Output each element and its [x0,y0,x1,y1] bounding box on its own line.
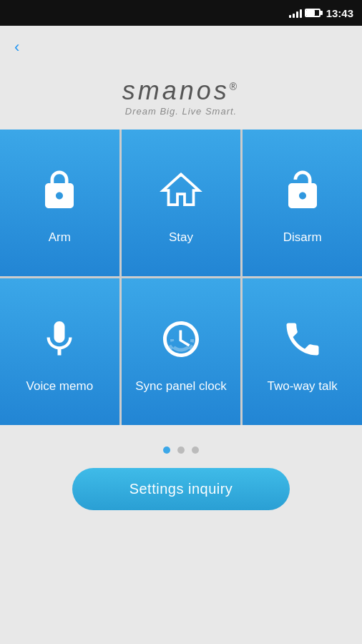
phone-icon [281,318,324,366]
dot-2[interactable] [177,447,185,454]
status-bar-time: 13:43 [326,7,353,19]
two-way-talk-label: Two-way talk [268,379,338,394]
clock-icon [160,318,202,366]
status-icons [289,8,322,18]
back-button[interactable]: ‹ [14,38,19,57]
stay-label: Stay [169,230,193,245]
page-dots [163,447,199,454]
top-bar: ‹ [0,26,362,69]
mic-icon [38,318,81,366]
logo-area: smanos® Dream Big. Live Smart. [0,69,362,130]
battery-icon [305,9,321,17]
arm-button[interactable]: Arm [0,130,119,276]
bottom-area: Settings inquiry [0,425,362,525]
unlock-icon [281,169,324,218]
signal-icon [289,8,302,18]
settings-inquiry-button[interactable]: Settings inquiry [72,468,290,510]
logo-tagline: Dream Big. Live Smart. [125,106,237,117]
voice-memo-button[interactable]: Voice memo [0,278,119,425]
disarm-button[interactable]: Disarm [243,130,362,276]
dot-1[interactable] [163,447,170,454]
sync-panel-clock-button[interactable]: Sync panel clock [122,278,241,425]
two-way-talk-button[interactable]: Two-way talk [243,278,362,425]
home-icon [160,169,202,218]
dot-3[interactable] [192,447,199,454]
logo-text: smanos® [122,76,240,106]
lock-icon [38,169,81,218]
disarm-label: Disarm [283,230,322,245]
stay-button[interactable]: Stay [122,130,241,276]
sync-panel-clock-label: Sync panel clock [135,379,227,394]
arm-label: Arm [49,230,71,245]
voice-memo-label: Voice memo [26,379,94,394]
action-grid: Arm Stay Disarm Voice memo [0,130,362,425]
status-bar: 13:43 [0,0,362,26]
